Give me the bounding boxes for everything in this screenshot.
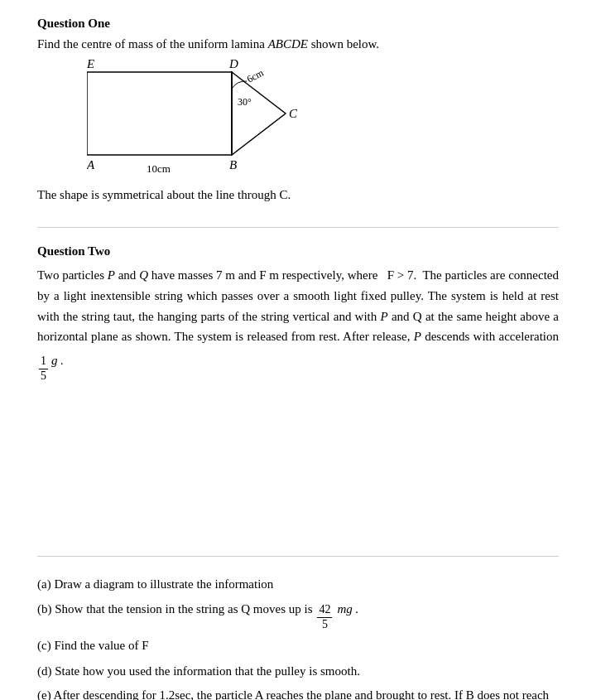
acceleration-expression: 1 5 g . xyxy=(37,350,64,384)
accel-g: g . xyxy=(51,350,64,371)
sub-q-b-suffix: mg . xyxy=(337,598,358,620)
sub-q-c: (c) Find the value of F xyxy=(37,635,559,656)
svg-text:6cm: 6cm xyxy=(245,66,266,84)
sub-q-d: (d) State how you used the information t… xyxy=(37,660,559,682)
sub-q-b-prefix: (b) Show that the tension in the string … xyxy=(37,598,312,620)
q2-body: Two particles P and Q have masses 7 m an… xyxy=(37,265,559,384)
svg-text:B: B xyxy=(229,158,237,171)
diagram-container: E D C A B 10cm 6cm 30° xyxy=(87,60,319,180)
svg-marker-1 xyxy=(232,72,286,155)
q2-body-text: Two particles P and Q have masses 7 m an… xyxy=(37,268,559,343)
svg-text:10cm: 10cm xyxy=(147,162,171,175)
acceleration-fraction: 1 5 xyxy=(39,355,48,384)
q2-title: Question Two xyxy=(37,244,559,258)
svg-marker-0 xyxy=(87,72,232,155)
svg-text:C: C xyxy=(289,107,298,120)
svg-text:E: E xyxy=(87,60,94,70)
sub-q-b: (b) Show that the tension in the string … xyxy=(37,598,559,632)
sub-q-e: (e) After descending for 1.2sec, the par… xyxy=(37,685,559,700)
section-divider-2 xyxy=(37,556,559,557)
svg-text:A: A xyxy=(87,158,95,171)
tension-fraction: 42 5 xyxy=(317,603,332,632)
q1-title: Question One xyxy=(37,17,559,31)
sub-q-a: (a) Draw a diagram to illustrate the inf… xyxy=(37,573,559,595)
blank-space xyxy=(37,398,559,531)
tension-numerator: 42 xyxy=(317,603,332,618)
question-one-block: Question One Find the centre of mass of … xyxy=(37,17,559,202)
section-divider xyxy=(37,227,559,228)
question-two-block: Question Two Two particles P and Q have … xyxy=(37,244,559,384)
q1-intro: Find the centre of mass of the uniform l… xyxy=(37,37,559,51)
tension-denominator: 5 xyxy=(320,618,329,632)
accel-denominator: 5 xyxy=(39,369,48,384)
svg-text:D: D xyxy=(228,60,238,70)
svg-text:30°: 30° xyxy=(238,96,252,108)
q1-symmetry: The shape is symmetrical about the line … xyxy=(37,188,559,202)
accel-numerator: 1 xyxy=(39,355,48,369)
lamina-diagram: E D C A B 10cm 6cm 30° xyxy=(87,60,319,180)
sub-questions: (a) Draw a diagram to illustrate the inf… xyxy=(37,573,559,700)
